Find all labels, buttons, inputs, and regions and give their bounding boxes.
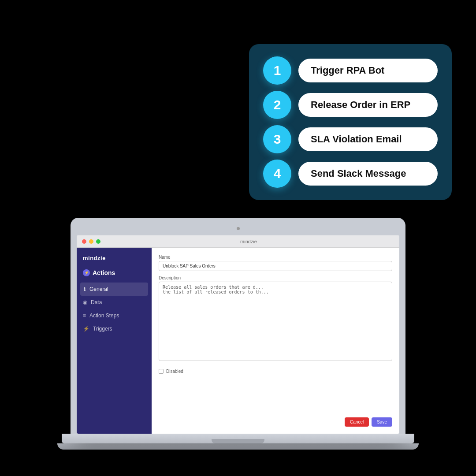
close-dot <box>82 239 86 244</box>
step-bubble-3: 3 <box>263 125 291 153</box>
laptop: mindzie mindzie ⚡ Actions ℹ <box>66 218 410 450</box>
description-textarea[interactable]: Release all sales orders that are d... t… <box>159 282 392 361</box>
sidebar: mindzie ⚡ Actions ℹ General ◉ <box>77 248 152 434</box>
sidebar-header-label: Actions <box>93 269 115 276</box>
step-label-3: SLA Violation Email <box>298 127 438 151</box>
topbar-title: mindzie <box>103 239 394 244</box>
step-bubble-1: 1 <box>263 56 291 85</box>
name-field: Name <box>159 255 392 271</box>
data-icon: ◉ <box>83 299 87 305</box>
steps-card: 1 Trigger RPA Bot 2 Release Order in ERP… <box>249 44 452 200</box>
laptop-screen: mindzie mindzie ⚡ Actions ℹ <box>77 235 399 434</box>
sidebar-item-general[interactable]: ℹ General <box>80 283 148 296</box>
step-number-4: 4 <box>274 166 281 181</box>
data-label: Data <box>91 299 102 305</box>
step-row-4: 4 Send Slack Message <box>263 160 438 188</box>
action-steps-icon: ≡ <box>83 312 86 319</box>
step-bubble-4: 4 <box>263 160 291 188</box>
sidebar-item-triggers[interactable]: ⚡ Triggers <box>77 322 152 335</box>
minimize-dot <box>89 239 93 244</box>
disabled-checkbox[interactable] <box>159 369 164 374</box>
general-label: General <box>89 286 108 292</box>
disabled-row: Disabled <box>159 369 392 374</box>
scene: mindzie mindzie ⚡ Actions ℹ <box>0 0 476 476</box>
description-label: Description <box>159 275 392 280</box>
cancel-button[interactable]: Cancel <box>345 417 369 427</box>
laptop-screen-shell: mindzie mindzie ⚡ Actions ℹ <box>71 218 405 434</box>
name-input[interactable] <box>159 261 392 271</box>
camera-dot <box>237 227 240 230</box>
step-label-2: Release Order in ERP <box>298 93 438 117</box>
step-label-4: Send Slack Message <box>298 162 438 186</box>
brand-label: mindzie <box>77 253 152 267</box>
camera-bar <box>77 224 399 233</box>
laptop-foot <box>57 443 419 450</box>
laptop-base <box>62 434 414 443</box>
app-layout: mindzie ⚡ Actions ℹ General ◉ <box>77 248 399 434</box>
actions-icon: ⚡ <box>83 269 90 276</box>
sidebar-item-data[interactable]: ◉ Data <box>77 296 152 309</box>
sidebar-nav: ℹ General ◉ Data ≡ Action Steps <box>77 283 152 335</box>
save-button[interactable]: Save <box>372 417 392 427</box>
step-number-1: 1 <box>274 63 281 78</box>
step-number-3: 3 <box>274 132 281 147</box>
general-icon: ℹ <box>84 286 86 292</box>
action-steps-label: Action Steps <box>89 312 119 319</box>
main-content: Name Description Release all sales order… <box>152 248 399 434</box>
step-row-2: 2 Release Order in ERP <box>263 91 438 119</box>
step-row-3: 3 SLA Violation Email <box>263 125 438 153</box>
name-label: Name <box>159 255 392 260</box>
step-bubble-2: 2 <box>263 91 291 119</box>
sidebar-item-action-steps[interactable]: ≡ Action Steps <box>77 309 152 322</box>
action-buttons: Cancel Save <box>159 414 392 427</box>
step-row-1: 1 Trigger RPA Bot <box>263 56 438 85</box>
maximize-dot <box>96 239 100 244</box>
step-label-1: Trigger RPA Bot <box>298 59 438 82</box>
description-field: Description Release all sales orders tha… <box>159 275 392 363</box>
triggers-icon: ⚡ <box>83 326 89 332</box>
sidebar-header: ⚡ Actions <box>77 267 152 281</box>
disabled-label: Disabled <box>166 369 183 374</box>
triggers-label: Triggers <box>93 326 112 332</box>
screen-topbar: mindzie <box>77 235 399 248</box>
step-number-2: 2 <box>274 97 281 112</box>
